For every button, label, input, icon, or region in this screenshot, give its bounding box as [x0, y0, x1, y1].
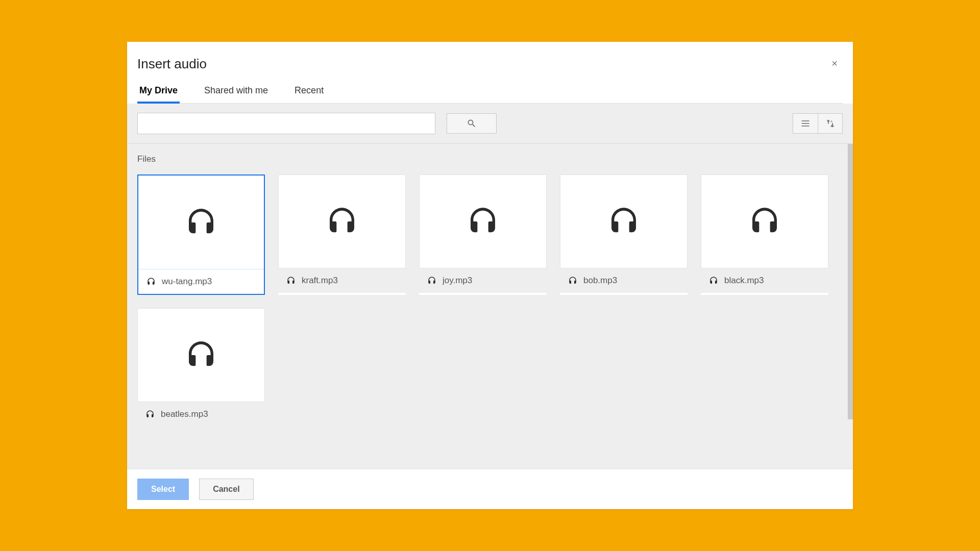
headphones-icon	[427, 276, 436, 285]
button-label: Select	[151, 485, 175, 494]
file-thumbnail	[701, 174, 828, 268]
headphones-icon	[568, 276, 577, 285]
file-name: black.mp3	[724, 276, 764, 286]
headphones-icon	[748, 205, 781, 238]
headphones-icon	[145, 410, 155, 419]
file-meta: kraft.mp3	[278, 268, 406, 293]
file-card[interactable]: bob.mp3	[560, 174, 688, 295]
view-toggle-group	[793, 113, 843, 134]
headphones-icon	[607, 205, 640, 238]
file-meta: black.mp3	[701, 268, 828, 293]
sort-button[interactable]	[818, 114, 842, 133]
file-meta: beatles.mp3	[137, 402, 265, 427]
tab-recent[interactable]: Recent	[292, 85, 326, 103]
file-name: wu-tang.mp3	[162, 277, 212, 287]
file-thumbnail	[137, 308, 265, 402]
search-input[interactable]	[137, 113, 435, 134]
file-name: beatles.mp3	[161, 409, 208, 419]
section-label: Files	[137, 154, 843, 164]
tab-shared-with-me[interactable]: Shared with me	[202, 85, 270, 103]
file-card[interactable]: kraft.mp3	[278, 174, 406, 295]
file-thumbnail	[419, 174, 547, 268]
close-button[interactable]: ×	[828, 57, 841, 69]
search-toolbar	[127, 104, 853, 144]
file-meta: bob.mp3	[560, 268, 688, 293]
search-button[interactable]	[447, 113, 497, 134]
button-label: Cancel	[213, 485, 239, 494]
close-icon: ×	[831, 58, 838, 69]
tab-label: Recent	[295, 85, 324, 95]
file-name: kraft.mp3	[302, 276, 338, 286]
tab-label: My Drive	[139, 85, 178, 95]
tab-label: Shared with me	[204, 85, 268, 95]
file-browser: Files wu-tang.mp3 kraft.mp3	[127, 144, 853, 469]
dialog-header: Insert audio × My Drive Shared with me R…	[127, 42, 853, 104]
headphones-icon	[286, 276, 296, 285]
list-view-button[interactable]	[793, 114, 818, 133]
dialog-title: Insert audio	[137, 56, 843, 85]
headphones-icon	[467, 205, 499, 238]
sort-az-icon	[825, 118, 836, 129]
headphones-icon	[709, 276, 718, 285]
scrollbar[interactable]	[848, 144, 853, 419]
file-name: bob.mp3	[583, 276, 617, 286]
file-card[interactable]: wu-tang.mp3	[137, 174, 265, 295]
file-card[interactable]: beatles.mp3	[137, 308, 265, 427]
file-name: joy.mp3	[443, 276, 472, 286]
headphones-icon	[326, 205, 358, 238]
tab-bar: My Drive Shared with me Recent	[137, 85, 843, 104]
file-grid: wu-tang.mp3 kraft.mp3 joy.mp3	[137, 174, 843, 427]
file-meta: joy.mp3	[419, 268, 547, 293]
file-thumbnail	[138, 176, 264, 269]
headphones-icon	[185, 206, 217, 239]
dialog-footer: Select Cancel	[127, 469, 853, 509]
cancel-button[interactable]: Cancel	[199, 479, 253, 500]
headphones-icon	[146, 277, 156, 286]
select-button[interactable]: Select	[137, 479, 189, 500]
tab-my-drive[interactable]: My Drive	[137, 85, 180, 103]
file-meta: wu-tang.mp3	[138, 269, 264, 294]
insert-audio-dialog: Insert audio × My Drive Shared with me R…	[127, 42, 853, 509]
search-icon	[467, 118, 477, 129]
file-thumbnail	[560, 174, 688, 268]
file-thumbnail	[278, 174, 406, 268]
file-card[interactable]: joy.mp3	[419, 174, 547, 295]
file-card[interactable]: black.mp3	[701, 174, 828, 295]
headphones-icon	[185, 339, 217, 371]
list-icon	[800, 118, 811, 129]
